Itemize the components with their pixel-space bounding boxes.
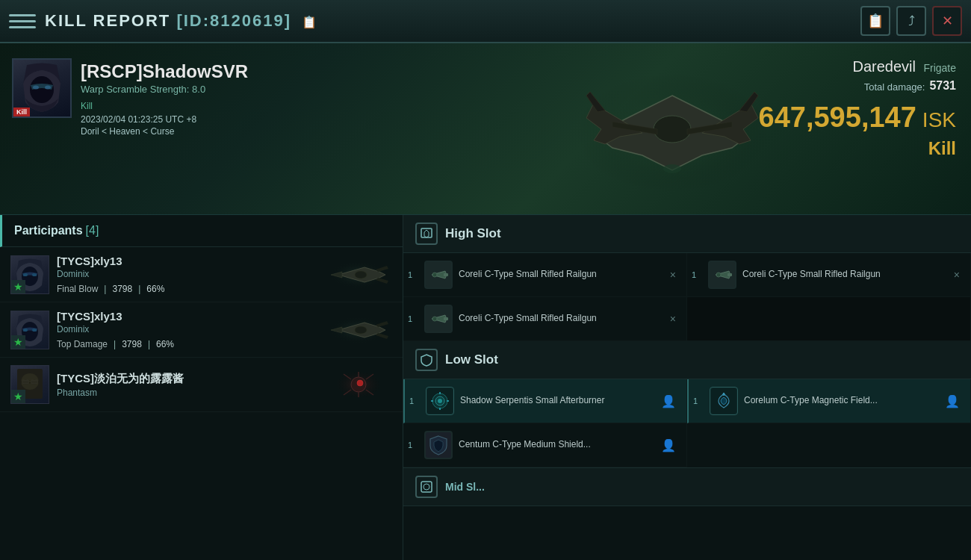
remove-button[interactable]: × [670,269,676,281]
player-avatar: Kill [12,58,72,118]
remove-button[interactable]: × [670,313,676,325]
star-badge: ★ [11,335,25,349]
module-qty: 1 [408,441,412,449]
module-item[interactable]: 1 Centum C-Type Medium Shield... 👤 [403,423,687,467]
right-panel: High Slot 1 Coreli C-Type Small Rifled [403,215,971,560]
damage-value: 3798 [112,284,132,294]
module-icon [426,387,454,415]
svg-rect-32 [444,273,448,276]
damage-value: 3798 [122,339,142,349]
svg-point-5 [45,86,51,90]
participant-stats: Final Blow | 3798 | 66% [57,284,325,294]
participant-stats: Top Damage | 3798 | 66% [57,339,325,349]
svg-point-52 [424,484,429,490]
svg-rect-35 [728,273,732,276]
module-icon [424,261,453,289]
title-label: KILL REPORT [45,11,170,30]
total-damage-value: 5731 [929,79,956,93]
list-item[interactable]: ★ [TYCS]xly13 Dominix Top Damage | 3798 … [0,302,403,358]
player-name: [RSCP]ShadowSVR [81,61,248,82]
blow-label: Top Damage [57,339,108,349]
title-bar: KILL REPORT [ID:8120619] 📋 📋 ⤴ ✕ [0,0,971,43]
svg-point-1 [654,116,691,143]
participant-name: [TYCS]淡泊无为的露露酱 [57,372,325,386]
module-item[interactable]: 1 Coreli C-Type Small Rifled Railgun × [403,253,687,297]
participant-ship-img [325,312,392,348]
railgun-icon [426,262,451,287]
module-name: Corelum C-Type Magnetic Field... [744,395,940,407]
module-icon [424,305,453,333]
phantasm-ship-image [332,368,385,401]
module-name: Coreli C-Type Small Rifled Railgun [459,269,666,281]
railgun-icon-3 [426,306,451,332]
kill-badge: Kill [13,108,30,116]
list-item[interactable]: ★ [TYCS]淡泊无为的露露酱 Phantasm [0,358,403,412]
copy-indicator: 📋 [302,16,318,28]
menu-icon[interactable] [9,7,36,34]
damage-pct: 66% [156,339,174,349]
shield-icon [420,353,433,367]
close-button[interactable]: ✕ [932,6,962,36]
ship-image [553,58,792,208]
module-qty: 1 [692,270,696,279]
kill-result: Kill [759,138,956,159]
svg-point-23 [357,380,363,386]
participant-info: [TYCS]xly13 Dominix Final Blow | 3798 | … [57,255,325,294]
mid-slot-header: Mid Sl... [403,467,971,506]
high-slot-title: High Slot [445,226,501,241]
participant-ship: Dominix [57,269,325,279]
participant-ship: Phantasm [57,388,325,398]
mid-slot-icon-svg [420,480,433,494]
mid-slot-icon [415,476,438,498]
high-slot-header: High Slot [403,215,971,253]
player-subtitle: Warp Scramble Strength: 8.0 [81,84,248,95]
damage-pct: 66% [146,284,164,294]
svg-point-10 [355,271,367,279]
module-item[interactable]: 1 Coreli C-Type Small Rifled Railgun × [687,253,971,297]
participant-avatar: ★ [10,255,49,294]
participant-name: [TYCS]xly13 [57,310,325,323]
participant-info: [TYCS]淡泊无为的露露酱 Phantasm [57,372,325,398]
participant-avatar: ★ [10,311,49,349]
svg-point-15 [355,326,367,334]
person-icon: 👤 [661,438,676,452]
low-slot-modules: 1 Shado [403,379,971,467]
remove-button[interactable]: × [954,269,960,281]
low-slot-section: Low Slot 1 [403,341,971,467]
person-icon: 👤 [945,394,960,408]
person-icon: 👤 [661,394,676,408]
high-slot-icon [415,223,438,245]
module-item[interactable]: 1 Corelum C-Type Magnetic Field... [687,379,971,423]
dominix-ship-image-2 [327,314,391,346]
svg-rect-18 [22,380,29,384]
isk-value: 647,595,147 [759,103,916,131]
shield-module-icon [426,432,451,458]
close-icon: ✕ [942,13,953,29]
svg-rect-19 [31,380,38,384]
svg-rect-51 [421,482,432,492]
participant-ship: Dominix [57,324,325,335]
module-name: Centum C-Type Medium Shield... [459,439,657,451]
ship-name: Daredevil [852,58,915,75]
svg-point-43 [438,399,442,403]
participants-count: [4] [86,224,99,237]
empty-slot [687,297,971,341]
railgun-icon-2 [710,262,735,287]
module-item[interactable]: 1 Shado [403,379,687,423]
low-slot-icon [415,349,438,371]
module-name: Shadow Serpentis Small Afterburner [460,395,657,407]
module-item[interactable]: 1 Coreli C-Type Small Rifled Railgun × [403,297,687,341]
datetime: 2023/02/04 01:23:25 UTC +8 [81,114,248,125]
copy-button[interactable]: 📋 [860,6,890,36]
afterburner-icon [427,388,453,414]
module-icon [708,261,736,289]
svg-point-7 [23,273,28,276]
participant-name: [TYCS]xly13 [57,255,325,267]
svg-point-36 [716,273,721,277]
participant-info: [TYCS]xly13 Dominix Top Damage | 3798 | … [57,310,325,349]
export-button[interactable]: ⤴ [896,6,926,36]
list-item[interactable]: ★ [TYCS]xly13 Dominix Final Blow | 3798 … [0,247,403,302]
module-qty: 1 [409,396,414,405]
participants-title: Participants [14,224,83,237]
high-slot-section: High Slot 1 Coreli C-Type Small Rifled [403,215,971,341]
